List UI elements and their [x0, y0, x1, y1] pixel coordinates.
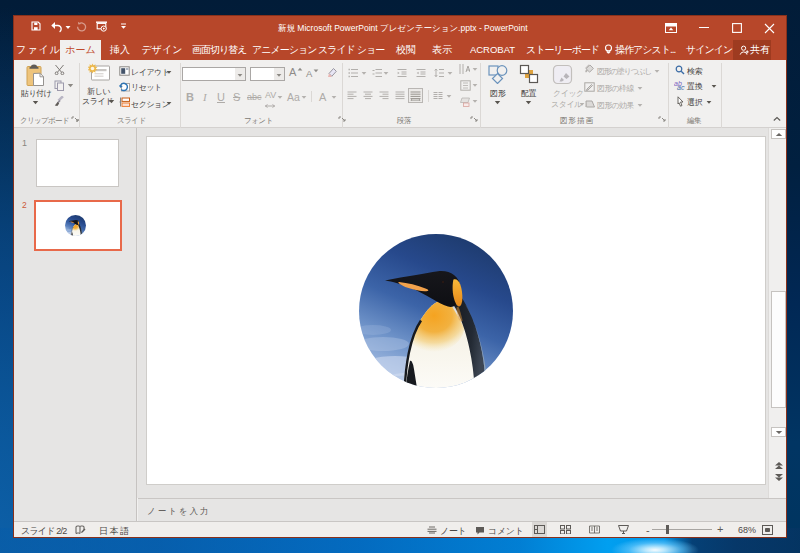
- svg-text:ac: ac: [677, 84, 685, 90]
